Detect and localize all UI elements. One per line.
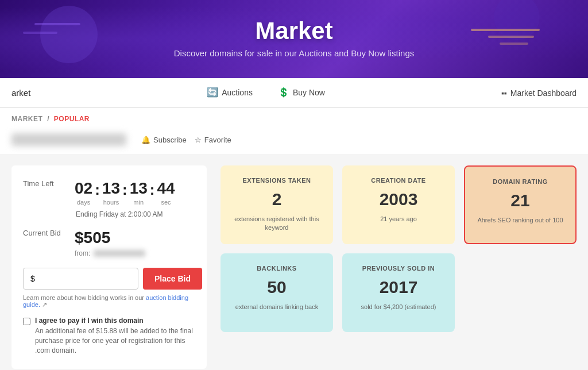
nav-brand: arket	[11, 88, 30, 98]
stat-label-domain-rating: DOMAIN RATING	[474, 178, 566, 185]
hero-title: Market	[11, 17, 577, 45]
place-bid-button[interactable]: Place Bid	[143, 268, 202, 290]
sep3: :	[148, 182, 157, 197]
market-dashboard-link[interactable]: ▪▪ Market Dashboard	[501, 88, 577, 98]
buynow-icon: 💲	[278, 87, 289, 98]
agree-label: I agree to pay if I win this domain An a…	[35, 317, 195, 355]
time-left-label: Time Left	[23, 179, 75, 188]
subscribe-icon: 🔔	[141, 136, 150, 144]
stat-value-sold: 2017	[351, 278, 446, 297]
stat-value-creation: 2003	[351, 190, 446, 209]
min-value: 13	[130, 179, 148, 198]
bid-info: $505 from:	[75, 229, 145, 257]
stat-desc-extensions: extensions registered with this keyword	[230, 215, 324, 233]
subscribe-label: Subscribe	[153, 136, 187, 144]
stat-desc-creation: 21 years ago	[351, 215, 446, 223]
min-unit: min	[130, 199, 148, 206]
favorite-icon: ☆	[195, 136, 202, 144]
dashboard-label: Market Dashboard	[510, 88, 577, 98]
bid-from: from:	[75, 249, 145, 257]
domain-area: 🔔 Subscribe ☆ Favorite	[0, 128, 588, 154]
favorite-button[interactable]: ☆ Favorite	[195, 136, 231, 144]
tab-auctions-label: Auctions	[222, 88, 253, 97]
sep1: :	[92, 182, 102, 197]
stat-label-sold: PREVIOUSLY SOLD IN	[351, 265, 446, 272]
agree-label-title: I agree to pay if I win this domain	[35, 317, 195, 325]
domain-name	[11, 133, 126, 146]
agree-label-note: An additional fee of $15.88 will be adde…	[35, 326, 195, 355]
stat-value-extensions: 2	[230, 190, 324, 209]
min-block: 13 min	[130, 179, 148, 206]
breadcrumb-market[interactable]: MARKET	[11, 115, 42, 123]
stat-card-creation: CREATION DATE 2003 21 years ago	[342, 165, 455, 244]
sep2: :	[120, 182, 130, 197]
stat-label-creation: CREATION DATE	[351, 177, 446, 184]
dashboard-icon: ▪▪	[501, 88, 507, 98]
days-value: 02	[75, 179, 92, 198]
time-left-section: Time Left 02 days : 13 hours : 13 min	[23, 179, 195, 218]
days-block: 02 days	[75, 179, 92, 206]
hero-banner: Market Discover domains for sale in our …	[0, 0, 588, 78]
stat-label-backlinks: BACKLINKS	[230, 265, 324, 272]
stat-card-domain-rating: DOMAIN RATING 21 Ahrefs SEO ranking out …	[464, 165, 577, 244]
hero-subtitle: Discover domains for sale in our Auction…	[11, 48, 577, 58]
agree-checkbox[interactable]	[23, 318, 30, 325]
favorite-label: Favorite	[204, 136, 231, 144]
bid-from-user	[94, 250, 145, 257]
stat-value-backlinks: 50	[230, 278, 324, 297]
ending-time: Ending Friday at 2:00:00 AM	[76, 210, 175, 218]
domain-actions: 🔔 Subscribe ☆ Favorite	[141, 136, 231, 144]
breadcrumb-current[interactable]: POPULAR	[54, 115, 90, 123]
nav-tabs: 🔄 Auctions 💲 Buy Now	[30, 79, 501, 107]
auctions-icon: 🔄	[207, 87, 218, 98]
bid-input-row: Place Bid	[23, 268, 195, 290]
tab-auctions[interactable]: 🔄 Auctions	[194, 79, 265, 107]
guide-text-prefix: Learn more about how bidding works in ou…	[23, 294, 144, 301]
stats-grid: EXTENSIONS TAKEN 2 extensions registered…	[220, 165, 577, 332]
current-bid-section: Current Bid $505 from:	[23, 229, 195, 257]
stat-desc-domain-rating: Ahrefs SEO ranking out of 100	[474, 216, 566, 225]
stat-desc-backlinks: external domains linking back	[230, 303, 324, 311]
main-content: Time Left 02 days : 13 hours : 13 min	[0, 154, 588, 370]
hours-value: 13	[102, 179, 120, 198]
tab-buynow[interactable]: 💲 Buy Now	[265, 79, 338, 107]
stat-card-backlinks: BACKLINKS 50 external domains linking ba…	[220, 253, 333, 332]
current-bid-label: Current Bid	[23, 229, 75, 237]
stat-label-extensions: EXTENSIONS TAKEN	[230, 177, 324, 184]
right-panel: EXTENSIONS TAKEN 2 extensions registered…	[220, 165, 577, 369]
days-unit: days	[75, 199, 92, 206]
stat-desc-sold: sold for $4,200 (estimated)	[351, 303, 446, 311]
agree-row: I agree to pay if I win this domain An a…	[23, 317, 195, 355]
tab-buynow-label: Buy Now	[293, 88, 325, 97]
stat-card-sold: PREVIOUSLY SOLD IN 2017 sold for $4,200 …	[342, 253, 455, 332]
sec-value: 44	[157, 179, 175, 198]
breadcrumb-separator: /	[47, 115, 49, 123]
sec-unit: sec	[157, 199, 175, 206]
bid-guide-text: Learn more about how bidding works in ou…	[23, 294, 195, 309]
left-panel: Time Left 02 days : 13 hours : 13 min	[11, 165, 207, 369]
hours-unit: hours	[102, 199, 120, 206]
timer-display: 02 days : 13 hours : 13 min : 44	[75, 179, 175, 206]
breadcrumb: MARKET / POPULAR	[0, 108, 588, 128]
bid-amount: $505	[75, 229, 145, 247]
bid-input[interactable]	[23, 268, 138, 290]
subscribe-button[interactable]: 🔔 Subscribe	[141, 136, 187, 144]
sec-block: 44 sec	[157, 179, 175, 206]
bid-from-prefix: from:	[75, 249, 90, 257]
hours-block: 13 hours	[102, 179, 120, 206]
external-icon: ↗	[42, 301, 47, 308]
stat-value-domain-rating: 21	[474, 191, 566, 210]
navbar: arket 🔄 Auctions 💲 Buy Now ▪▪ Market Das…	[0, 78, 588, 108]
stat-card-extensions: EXTENSIONS TAKEN 2 extensions registered…	[220, 165, 333, 244]
